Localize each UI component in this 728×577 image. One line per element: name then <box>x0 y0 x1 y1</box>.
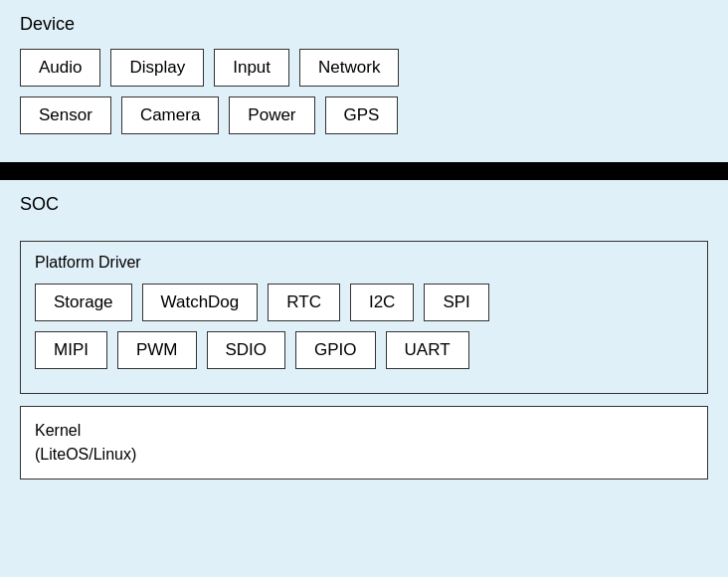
platform-chip: UART <box>386 331 469 369</box>
device-chip: Display <box>110 49 204 87</box>
device-chip: Network <box>299 49 399 87</box>
device-chip: Camera <box>121 96 219 134</box>
device-chip: Audio <box>20 49 100 87</box>
platform-chip: WatchDog <box>142 284 259 321</box>
platform-driver-row-2: MIPIPWMSDIOGPIOUART <box>35 331 693 369</box>
device-row-2: SensorCameraPowerGPS <box>20 96 708 134</box>
platform-chip: Storage <box>35 284 132 321</box>
kernel-label: Kernel (LiteOS/Linux) <box>35 422 136 463</box>
platform-chip: GPIO <box>295 331 376 369</box>
platform-driver-title: Platform Driver <box>35 254 693 272</box>
device-row-1: AudioDisplayInputNetwork <box>20 49 708 87</box>
device-chip: GPS <box>325 96 399 134</box>
platform-chip: RTC <box>268 284 340 321</box>
platform-chip: SPI <box>424 284 488 321</box>
device-section: Device AudioDisplayInputNetwork SensorCa… <box>0 0 728 162</box>
platform-chip: SDIO <box>207 331 286 369</box>
platform-chip: MIPI <box>35 331 107 369</box>
platform-chip: I2C <box>350 284 414 321</box>
kernel-box: Kernel (LiteOS/Linux) <box>20 406 708 480</box>
device-chip: Sensor <box>20 96 111 134</box>
platform-chip: PWM <box>117 331 197 369</box>
soc-section: SOC Platform Driver StorageWatchDogRTCI2… <box>0 180 728 577</box>
divider <box>0 162 728 180</box>
device-chip: Input <box>214 49 289 87</box>
device-chip: Power <box>229 96 314 134</box>
device-title: Device <box>20 14 708 35</box>
platform-driver-box: Platform Driver StorageWatchDogRTCI2CSPI… <box>20 241 708 394</box>
soc-title: SOC <box>20 194 708 215</box>
platform-driver-row-1: StorageWatchDogRTCI2CSPI <box>35 284 693 321</box>
